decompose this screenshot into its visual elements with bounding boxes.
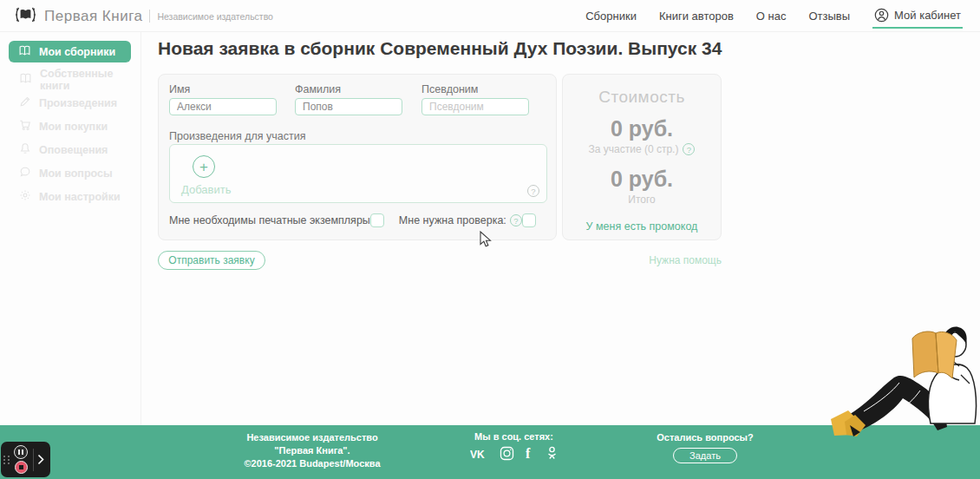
footer-social: Мы в соц. сетях: VK f [451,431,577,461]
brand-tagline: Независимое издательство [157,11,273,22]
bell-icon [19,142,31,157]
application-form: Имя Фамилия Псевдоним Произведения для у… [158,74,557,240]
need-check-label: Мне нужна проверка: [399,214,506,226]
footer-company-line: Независимое издательство [204,431,421,444]
submit-application-button[interactable]: Отправить заявку [158,251,265,270]
pseudonym-label: Псевдоним [421,83,529,95]
sidebar-item-notifications[interactable]: Оповещения [0,138,140,161]
laurel-book-logo-icon [14,3,37,30]
drag-handle-icon[interactable] [3,456,12,464]
nav-collections[interactable]: Сборники [585,10,637,23]
sidebar-item-label: Произведения [39,97,117,109]
last-name-field-group: Фамилия [295,83,402,115]
screen-recorder-widget [1,442,50,477]
social-icons-row: VK f [451,446,577,461]
sidebar-item-questions[interactable]: Мои вопросы [0,161,140,185]
vk-icon[interactable]: VK [470,447,488,461]
person-circle-icon [874,8,889,23]
app-window: Первая Книга Независимое издательство Сб… [0,0,980,479]
gear-icon [19,189,31,204]
participation-help-icon[interactable]: ? [683,143,695,155]
footer-questions: Остались вопросы? Задать [649,432,761,463]
sidebar-item-own-books[interactable]: Собственные книги [0,68,140,91]
participation-caption: За участие (0 стр.) ? [563,143,721,155]
footer-company-line: "Первая Книга". [204,444,421,457]
pause-icon[interactable] [14,445,28,459]
brand-name: Первая Книга [44,8,142,25]
first-name-label: Имя [169,83,277,95]
chevron-right-icon[interactable] [37,454,44,465]
add-work-label: Добавить [181,183,231,196]
total-amount: 0 руб. [563,167,721,192]
footer-company-info: Независимое издательство "Первая Книга".… [204,431,421,470]
questions-label: Остались вопросы? [649,432,761,443]
brand[interactable]: Первая Книга Независимое издательство [14,0,273,32]
need-check-checkbox[interactable] [522,213,536,227]
odnoklassniki-icon[interactable] [546,446,559,461]
facebook-icon[interactable]: f [526,446,534,461]
need-check-help-icon[interactable]: ? [510,214,522,226]
promo-code-link[interactable]: У меня есть промокод [586,220,698,233]
nav-author-books[interactable]: Книги авторов [659,10,734,23]
participation-amount: 0 руб. [563,116,721,141]
cart-icon [19,119,31,134]
chat-icon [19,166,31,180]
sidebar-item-label: Мои настройки [39,191,121,203]
options-row: Мне необходимы печатные экземпляры Мне н… [169,213,547,227]
footer: Независимое издательство "Первая Книга".… [0,425,980,479]
sidebar-item-works[interactable]: Произведения [0,91,140,115]
footer-company-line: ©2016-2021 Budapest/Москва [204,457,421,470]
page-title: Новая заявка в сборник Современный Дух П… [158,38,722,59]
sidebar-item-my-collections[interactable]: Мои сборники [9,41,131,62]
stop-record-icon[interactable] [15,461,28,474]
sidebar-item-label: Мои покупки [39,121,108,133]
sidebar-item-label: Мои сборники [39,46,115,58]
sidebar-item-purchases[interactable]: Мои покупки [0,115,140,138]
pseudonym-field-group: Псевдоним [421,83,529,115]
first-name-field-group: Имя [169,83,277,115]
total-caption-text: Итого [628,194,655,206]
works-section-label: Произведения для участия [169,130,305,142]
sidebar: Мои сборники Собственные книги Произведе… [0,32,141,425]
total-caption: Итого [563,194,721,206]
sidebar-item-settings[interactable]: Мои настройки [0,185,140,208]
social-label: Мы в соц. сетях: [451,431,577,442]
recorder-buttons [14,445,28,474]
first-name-input[interactable] [169,98,277,115]
works-help-icon[interactable]: ? [527,185,539,197]
book-icon [19,73,32,87]
book-icon [18,45,31,59]
participation-caption-text: За участие (0 стр.) [589,143,679,155]
cost-panel: Стоимость 0 руб. За участие (0 стр.) ? 0… [562,74,722,240]
last-name-input[interactable] [295,98,402,115]
brand-divider [149,10,150,23]
last-name-label: Фамилия [295,83,402,95]
nav-about[interactable]: О нас [756,10,787,23]
pencil-icon [19,95,31,110]
instagram-icon[interactable] [500,446,514,461]
ask-question-button[interactable]: Задать [673,448,737,463]
top-header: Первая Книга Независимое издательство Сб… [0,0,980,32]
add-work-dropzone[interactable]: + Добавить ? [169,144,547,203]
svg-text:VK: VK [470,449,485,461]
my-cabinet-link[interactable]: Мой кабинет [872,4,963,29]
pseudonym-input[interactable] [421,98,529,115]
sidebar-item-label: Оповещения [39,144,108,156]
sidebar-item-label: Собственные книги [40,68,140,92]
cost-title: Стоимость [563,88,721,107]
my-cabinet-label: Мой кабинет [894,9,961,22]
print-copies-label: Мне необходимы печатные экземпляры [169,214,370,226]
sidebar-item-label: Мои вопросы [39,167,113,180]
nav-reviews[interactable]: Отзывы [808,10,850,23]
print-copies-checkbox[interactable] [370,213,384,227]
plus-circle-icon[interactable]: + [193,155,215,178]
need-help-link[interactable]: Нужна помощь [649,254,722,266]
svg-text:f: f [526,446,531,461]
recorder-divider [33,449,34,471]
top-nav: Сборники Книги авторов О нас Отзывы Мой … [585,0,963,32]
